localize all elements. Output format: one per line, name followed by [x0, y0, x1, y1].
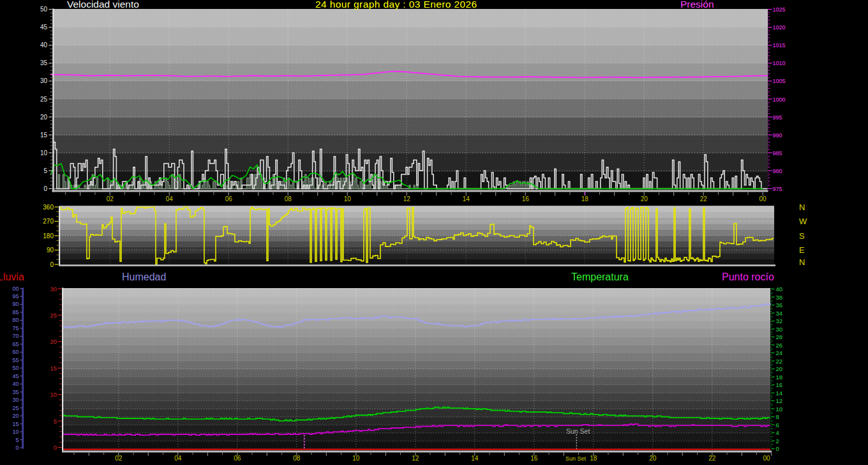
svg-text:980: 980: [773, 168, 782, 174]
svg-text:985: 985: [773, 150, 782, 156]
svg-text:995: 995: [773, 114, 782, 121]
svg-text:08: 08: [285, 195, 292, 202]
svg-text:60: 60: [12, 349, 19, 355]
svg-text:10: 10: [776, 406, 783, 413]
svg-text:04: 04: [174, 455, 182, 462]
svg-text:20: 20: [641, 195, 648, 202]
svg-text:90: 90: [47, 247, 54, 254]
svg-text:0: 0: [50, 261, 54, 268]
svg-text:10: 10: [12, 429, 19, 435]
svg-text:270: 270: [43, 218, 54, 225]
svg-text:80: 80: [12, 317, 19, 323]
svg-text:24 hour graph day : 03 Enero 2: 24 hour graph day : 03 Enero 2026: [315, 0, 477, 10]
svg-text:6: 6: [776, 422, 779, 429]
svg-text:12: 12: [412, 455, 419, 462]
svg-text:95: 95: [12, 293, 19, 300]
svg-text:30: 30: [40, 77, 48, 84]
svg-text:16: 16: [530, 455, 538, 462]
svg-text:20: 20: [40, 114, 48, 121]
svg-text:45: 45: [12, 373, 19, 379]
svg-text:40: 40: [12, 381, 19, 387]
svg-text:Presión: Presión: [680, 0, 714, 10]
svg-text:975: 975: [773, 186, 782, 192]
svg-text:0: 0: [15, 445, 19, 451]
svg-text:12: 12: [403, 195, 411, 202]
svg-text:Humedad: Humedad: [122, 271, 166, 282]
svg-text:0: 0: [54, 444, 57, 451]
svg-text:22: 22: [708, 455, 716, 462]
svg-text:08: 08: [293, 455, 301, 462]
svg-text:25: 25: [50, 312, 57, 319]
svg-text:90: 90: [12, 301, 19, 307]
svg-text:10: 10: [50, 391, 57, 398]
svg-text:24: 24: [776, 349, 783, 356]
svg-text:45: 45: [40, 24, 48, 31]
svg-text:10: 10: [352, 455, 360, 462]
svg-text:28: 28: [776, 333, 783, 340]
svg-text:40: 40: [776, 286, 783, 293]
svg-text:10: 10: [40, 149, 48, 156]
svg-text:Sun Set: Sun Set: [565, 455, 587, 462]
svg-text:00: 00: [759, 195, 767, 202]
svg-text:20: 20: [776, 365, 783, 372]
svg-text:1000: 1000: [773, 96, 786, 103]
svg-text:0: 0: [43, 185, 47, 192]
svg-text:50: 50: [40, 6, 48, 13]
svg-text:18: 18: [776, 374, 783, 381]
svg-text:1005: 1005: [773, 78, 786, 84]
svg-text:S: S: [799, 231, 805, 241]
svg-text:1025: 1025: [773, 6, 786, 13]
svg-text:8: 8: [776, 413, 779, 420]
svg-text:32: 32: [776, 317, 783, 324]
svg-text:10: 10: [344, 195, 352, 202]
svg-text:4: 4: [776, 429, 779, 436]
svg-text:02: 02: [107, 195, 114, 202]
svg-text:2: 2: [776, 438, 779, 445]
svg-text:40: 40: [40, 42, 48, 49]
svg-text:00: 00: [763, 455, 770, 462]
svg-text:14: 14: [471, 455, 479, 462]
svg-text:E: E: [799, 245, 805, 255]
svg-text:26: 26: [776, 342, 783, 349]
svg-text:25: 25: [40, 96, 48, 103]
svg-text:14: 14: [776, 390, 783, 397]
svg-text:22: 22: [776, 358, 783, 365]
svg-text:85: 85: [12, 309, 19, 316]
svg-text:16: 16: [522, 195, 530, 202]
svg-text:990: 990: [773, 132, 782, 139]
svg-text:14: 14: [463, 195, 470, 202]
svg-text:75: 75: [12, 325, 19, 332]
svg-text:38: 38: [776, 294, 783, 301]
svg-text:30: 30: [12, 397, 19, 403]
svg-text:00: 00: [12, 286, 19, 292]
svg-text:65: 65: [12, 341, 19, 347]
svg-text:Temperatura: Temperatura: [571, 271, 629, 282]
svg-text:N: N: [799, 257, 805, 267]
svg-text:70: 70: [12, 333, 19, 339]
svg-text:25: 25: [12, 405, 19, 411]
svg-text:35: 35: [12, 389, 19, 395]
svg-text:55: 55: [12, 357, 19, 363]
svg-text:W: W: [799, 217, 807, 226]
svg-text:06: 06: [225, 195, 233, 202]
svg-text:18: 18: [581, 195, 589, 202]
svg-text:34: 34: [776, 310, 783, 317]
svg-text:1020: 1020: [773, 24, 786, 31]
svg-text:16: 16: [776, 381, 783, 388]
svg-text:36: 36: [776, 301, 783, 309]
svg-text:15: 15: [40, 132, 48, 139]
svg-text:30: 30: [776, 326, 783, 333]
svg-text:1015: 1015: [773, 42, 786, 49]
svg-text:04: 04: [166, 195, 174, 202]
svg-text:20: 20: [649, 455, 657, 462]
svg-text:20: 20: [50, 338, 57, 345]
svg-text:5: 5: [43, 167, 47, 174]
svg-text:30: 30: [50, 286, 57, 293]
svg-text:02: 02: [115, 455, 123, 462]
svg-text:360: 360: [43, 204, 54, 211]
svg-text:Lluvia: Lluvia: [0, 271, 24, 282]
svg-text:15: 15: [50, 365, 57, 372]
svg-text:35: 35: [40, 59, 48, 66]
svg-text:5: 5: [15, 437, 19, 443]
svg-text:Velocidad viento: Velocidad viento: [67, 0, 139, 10]
